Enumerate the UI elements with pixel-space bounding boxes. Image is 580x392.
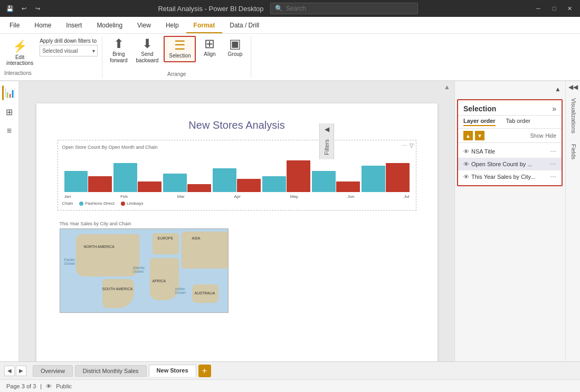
edit-interactions-icon: ⚡ [13, 40, 27, 53]
chart-filter-icon[interactable]: ▽ [410, 142, 414, 148]
sel-item-open-store-dots[interactable]: ⋯ [550, 160, 556, 168]
tab-order-tab[interactable]: Tab order [506, 118, 530, 126]
tab-format[interactable]: Format [186, 18, 223, 33]
tab-new-stores[interactable]: New Stores [149, 365, 196, 377]
map-container[interactable]: This Year Sales by City and Chain [58, 219, 416, 315]
bar-group-Jan [64, 171, 112, 192]
bar-blue-Jul [362, 166, 385, 192]
map-background: NORTH AMERICA EUROPE ASIA SOUTH AMERICA … [60, 228, 229, 313]
filters-label[interactable]: Filters [324, 135, 330, 159]
undo-icon[interactable]: ↩ [19, 4, 28, 13]
tab-home[interactable]: Home [27, 18, 59, 33]
prev-page-button[interactable]: ◀ [4, 366, 15, 376]
send-backward-button[interactable]: ⬇ Sendbackward [133, 36, 162, 65]
bar-group-Feb [113, 163, 161, 192]
x-label-feb: Feb [120, 194, 128, 199]
show-hide-controls: Show Hide [530, 133, 556, 139]
bar-red-Jun [336, 181, 360, 192]
bar-blue-May [262, 176, 286, 192]
canvas: New Stores Analysis Open Store Count By … [19, 93, 454, 361]
sel-item-nsa-title[interactable]: 👁 NSA Title ⋯ [458, 145, 562, 158]
align-button[interactable]: ⊞ Align [198, 36, 221, 59]
bar-red-Jul [386, 163, 410, 192]
title-bar-center: Retail Analysis - Power BI Desktop 🔍 [158, 3, 417, 14]
ribbon: ⚡ Editinteractions Apply drill down filt… [0, 34, 580, 81]
selection-expand-icon[interactable]: » [552, 104, 556, 113]
search-input[interactable] [286, 5, 413, 12]
drill-dropdown: Apply drill down filters to Selected vis… [40, 38, 98, 56]
bar-blue-Jan [64, 171, 88, 192]
title-bar: 💾 ↩ ↪ Retail Analysis - Power BI Desktop… [0, 0, 580, 17]
collapse-filters-arrow[interactable]: ◀ [322, 123, 331, 135]
scroll-up-arrow[interactable]: ▲ [19, 81, 454, 93]
collapse-right-arrow[interactable]: ▲ [553, 83, 563, 95]
bring-forward-label: Bringforward [110, 51, 127, 64]
selection-icon: ☰ [174, 39, 186, 52]
drill-label: Apply drill down filters to [40, 38, 98, 44]
edit-interactions-button[interactable]: ⚡ Editinteractions [4, 38, 35, 68]
selection-items-list: 👁 NSA Title ⋯ 👁 Open Store Count by ... … [458, 143, 562, 185]
tab-file[interactable]: File [2, 18, 27, 33]
bring-forward-button[interactable]: ⬆ Bringforward [107, 36, 130, 65]
bar-blue-Feb [113, 163, 137, 192]
legend-chain: Chain [62, 201, 73, 206]
move-up-button[interactable]: ▲ [463, 131, 473, 140]
x-label-jan: Jan [64, 194, 71, 199]
redo-icon[interactable]: ↪ [33, 4, 42, 13]
maximize-button[interactable]: □ [549, 4, 559, 13]
sel-item-open-store-label: Open Store Count by ... [471, 161, 533, 167]
bar-chart-container[interactable]: Open Store Count By Open Month and Chain… [58, 140, 416, 211]
move-down-button[interactable]: ▼ [475, 131, 484, 140]
north-america-land [76, 234, 139, 276]
drill-select[interactable]: Selected visual ▾ [40, 45, 98, 56]
eye-icon-year-sales: 👁 [463, 174, 469, 180]
selection-button[interactable]: ☰ Selection [164, 36, 196, 62]
chart-legend: Chain Fashions Direct Lindsays [62, 201, 412, 206]
tab-modeling[interactable]: Modeling [89, 18, 130, 33]
tab-district-monthly[interactable]: District Monthly Sales [75, 365, 147, 377]
legend-lindsays: Lindsays [121, 201, 144, 206]
collapse-area: ▲ [455, 81, 565, 97]
chart-title: Open Store Count By Open Month and Chain [62, 145, 412, 150]
x-label-jul: Jul [404, 194, 409, 199]
south-america-land [102, 279, 134, 308]
sel-item-year-sales[interactable]: 👁 This Year Sales by City... ⋯ [458, 170, 562, 183]
add-tab-button[interactable]: + [198, 365, 211, 377]
show-label[interactable]: Show [530, 133, 543, 139]
group-button[interactable]: ▣ Group [223, 36, 246, 59]
close-button[interactable]: ✕ [565, 4, 575, 13]
visualizations-panel-label[interactable]: Visualizations [566, 93, 580, 139]
fields-panel-label[interactable]: Fields [566, 139, 580, 165]
tab-overview[interactable]: Overview [33, 365, 73, 377]
minimize-button[interactable]: ─ [534, 4, 543, 13]
search-bar[interactable]: 🔍 [270, 3, 418, 14]
tab-view[interactable]: View [130, 18, 158, 33]
x-label-jun: Jun [348, 194, 355, 199]
tab-insert[interactable]: Insert [59, 18, 89, 33]
sel-item-nsa-dots[interactable]: ⋯ [550, 148, 556, 155]
hide-label[interactable]: Hide [545, 133, 556, 139]
tab-help[interactable]: Help [158, 18, 186, 33]
canvas-area: ▲ New Stores Analysis Open Store Count B… [19, 81, 454, 361]
chart-menu-icon[interactable]: ⋯ [402, 142, 407, 148]
report-title: New Stores Analysis [58, 119, 416, 131]
main-content: 📊 ⊞ ≡ ▲ New Stores Analysis Open Store C… [0, 81, 580, 361]
sel-item-year-sales-dots[interactable]: ⋯ [550, 173, 556, 180]
indian-ocean-label: IndianOcean [175, 287, 186, 294]
africa-label: AFRICA [153, 279, 166, 283]
collapse-far-right-arrow[interactable]: ◀◀ [566, 81, 580, 93]
sidebar-icon-layers[interactable]: ≡ [2, 123, 17, 138]
sidebar-icon-bar-chart[interactable]: 📊 [2, 85, 17, 100]
sel-item-open-store[interactable]: 👁 Open Store Count by ... ⋯ [458, 158, 562, 170]
bar-blue-Apr [213, 168, 236, 192]
selection-label: Selection [169, 53, 191, 59]
layer-order-tab[interactable]: Layer order [463, 118, 496, 126]
bring-forward-icon: ⬆ [113, 37, 124, 50]
south-america-label: SOUTH AMERICA [102, 287, 133, 291]
sidebar-icon-table[interactable]: ⊞ [2, 104, 17, 119]
bar-blue-Jun [312, 171, 336, 192]
left-sidebar: 📊 ⊞ ≡ [0, 81, 19, 361]
save-icon[interactable]: 💾 [5, 4, 15, 13]
tab-data-drill[interactable]: Data / Drill [222, 18, 267, 33]
next-page-button[interactable]: ▶ [16, 366, 26, 376]
